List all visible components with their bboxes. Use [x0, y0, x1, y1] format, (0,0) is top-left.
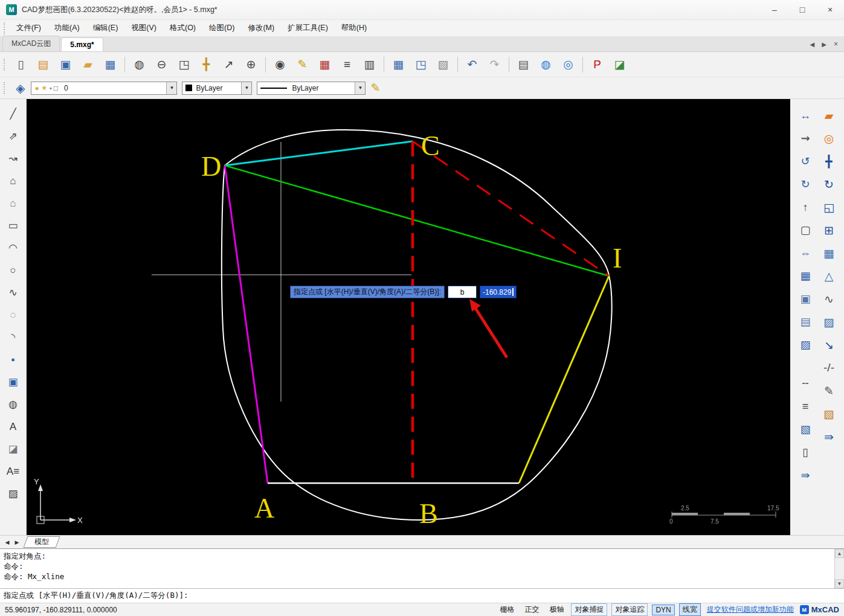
tab-5mxg[interactable]: 5.mxg*: [61, 37, 103, 51]
menu-format[interactable]: 格式(O): [163, 21, 202, 36]
line-b-i[interactable]: [519, 276, 609, 483]
pdf-export-button[interactable]: P: [586, 54, 608, 75]
draw-point-button[interactable]: ▪: [2, 348, 24, 371]
zoom-out-button[interactable]: ⊖: [150, 54, 173, 75]
draw-arc-button[interactable]: ◠: [2, 237, 24, 259]
scroll-up-icon[interactable]: ▲: [835, 549, 844, 558]
copy-button[interactable]: ◎: [818, 127, 840, 150]
pan-button[interactable]: ╋: [195, 54, 217, 75]
draw-image-button[interactable]: ◪: [2, 438, 24, 460]
save-button[interactable]: ▣: [54, 54, 77, 75]
draw-polygon-solid-button[interactable]: ⌂: [2, 192, 24, 214]
layout-prev-icon[interactable]: ◀: [2, 539, 12, 545]
draw-xline-button[interactable]: ⇗: [2, 125, 24, 147]
maximize-button[interactable]: □: [788, 0, 816, 19]
zoom-rect-button[interactable]: ▢: [794, 219, 816, 242]
multiline-tool-button[interactable]: ≡: [794, 395, 816, 418]
quick-draw-button[interactable]: ✎: [291, 54, 314, 75]
menu-file[interactable]: 文件(F): [10, 21, 48, 36]
erase-button[interactable]: ▰: [818, 104, 840, 127]
web-publish-button[interactable]: ◍: [535, 54, 557, 75]
dynamic-input-option-field[interactable]: b: [448, 286, 477, 298]
tab-next-icon[interactable]: ▶: [822, 41, 826, 48]
draw-rectangle-button[interactable]: ▭: [2, 214, 24, 237]
draw-ellipse-button[interactable]: ◌: [2, 304, 24, 326]
line-d-i[interactable]: [225, 165, 609, 276]
zoom-window-button[interactable]: ⊕: [240, 54, 262, 75]
move-button[interactable]: ╋: [818, 150, 840, 173]
match-properties-button[interactable]: ⇛: [818, 425, 840, 448]
text-label-i[interactable]: I: [613, 243, 622, 274]
explode-button[interactable]: ✎: [818, 379, 840, 402]
text-label-c[interactable]: C: [421, 130, 440, 161]
menu-function[interactable]: 功能(A): [48, 21, 86, 36]
stretch-button[interactable]: ↘: [818, 333, 840, 356]
zoom-all-button[interactable]: ⇔: [794, 242, 816, 265]
break-button[interactable]: -/-: [818, 356, 840, 379]
array-grid-button[interactable]: ▦: [794, 265, 816, 287]
draw-hatch-button[interactable]: ▨: [2, 483, 24, 505]
menu-view[interactable]: 视图(V): [124, 21, 163, 36]
draw-polyline-button[interactable]: ↝: [2, 147, 24, 170]
tab-model[interactable]: 模型: [24, 536, 60, 548]
zoom-previous-button[interactable]: ↺: [794, 150, 816, 173]
text-label-b[interactable]: B: [419, 498, 438, 529]
text-label-a[interactable]: A: [254, 493, 274, 524]
menu-edit[interactable]: 编辑(E): [86, 21, 125, 36]
toggle-osnap[interactable]: 对象捕捉: [571, 603, 607, 616]
layout-table-button[interactable]: ▦: [387, 54, 410, 75]
line-d-a[interactable]: [225, 165, 268, 483]
zoom-extents-button[interactable]: ◳: [173, 54, 195, 75]
sheet-button[interactable]: ▥: [358, 54, 381, 75]
copy-object-button[interactable]: ▣: [794, 287, 816, 310]
command-input[interactable]: 指定点或 [水平(H)/垂直(V)/角度(A)/二等分(B)]:: [0, 588, 844, 603]
menu-help[interactable]: 帮助(H): [335, 21, 373, 36]
draw-region-button[interactable]: ◍: [2, 393, 24, 415]
chamfer-button[interactable]: ▨: [818, 310, 840, 333]
offset-button[interactable]: ⊞: [818, 219, 840, 242]
layer-manager-icon[interactable]: ◈: [16, 81, 25, 95]
linetype-tool-button[interactable]: ╌: [794, 372, 816, 395]
color-dropdown-arrow-icon[interactable]: ▼: [241, 82, 251, 94]
tab-prev-icon[interactable]: ◀: [810, 41, 815, 48]
draw-polygon-button[interactable]: ⌂: [2, 170, 24, 192]
line-d-c[interactable]: [225, 141, 413, 165]
sheet-tool-button[interactable]: ▯: [794, 441, 816, 464]
zoom-realtime-button[interactable]: ↻: [794, 173, 816, 196]
command-scrollbar[interactable]: ▲ ▼: [834, 549, 844, 588]
mirror-button[interactable]: △: [818, 265, 840, 287]
line-c-i[interactable]: [413, 141, 609, 276]
scroll-down-icon[interactable]: ▼: [835, 579, 844, 588]
save-as-button[interactable]: ▦: [99, 54, 121, 75]
toggle-lineweight[interactable]: 线宽: [679, 603, 701, 616]
array-button[interactable]: ▦: [818, 242, 840, 265]
feedback-link[interactable]: 提交软件问题或增加新功能: [707, 605, 794, 615]
linetype-dropdown-arrow-icon[interactable]: ▼: [355, 82, 365, 94]
table-button[interactable]: ▦: [314, 54, 336, 75]
draw-line-button[interactable]: ╱: [2, 103, 24, 125]
draw-block-button[interactable]: ▣: [2, 371, 24, 393]
new-from-template-button[interactable]: ▤: [32, 54, 54, 75]
toggle-dyn[interactable]: DYN: [652, 605, 674, 615]
fillet-button[interactable]: ∿: [818, 287, 840, 310]
image-export-button[interactable]: ◪: [608, 54, 631, 75]
drawing-canvas[interactable]: D C A B I 2.5 17.5 0 7.5: [27, 99, 790, 535]
close-button[interactable]: ×: [816, 0, 844, 19]
layout-next-icon[interactable]: ▶: [12, 539, 22, 545]
scrollbar-track[interactable]: [835, 558, 844, 579]
tab-close-icon[interactable]: ×: [834, 40, 838, 48]
toggle-grid[interactable]: 栅格: [497, 604, 517, 615]
zoom-fit-width-button[interactable]: ↔: [794, 104, 816, 127]
toggle-otrack[interactable]: 对象追踪: [611, 603, 648, 616]
scale-button[interactable]: ◱: [818, 196, 840, 219]
view-3d-button[interactable]: ▧: [818, 402, 840, 425]
hatch-tool-button[interactable]: ▨: [794, 333, 816, 356]
color-select[interactable]: ByLayer ▼: [182, 82, 252, 95]
toggle-ortho[interactable]: 正交: [521, 604, 542, 615]
redo-button[interactable]: ↷: [483, 54, 506, 75]
command-history[interactable]: 指定对角点: 命令: 命令: Mx_xline ▲ ▼: [0, 548, 844, 588]
menu-express-tools[interactable]: 扩展工具(E): [281, 21, 335, 36]
find-button[interactable]: ◍: [128, 54, 150, 75]
new-file-button[interactable]: ▯: [10, 54, 32, 75]
minimize-button[interactable]: –: [761, 0, 788, 19]
